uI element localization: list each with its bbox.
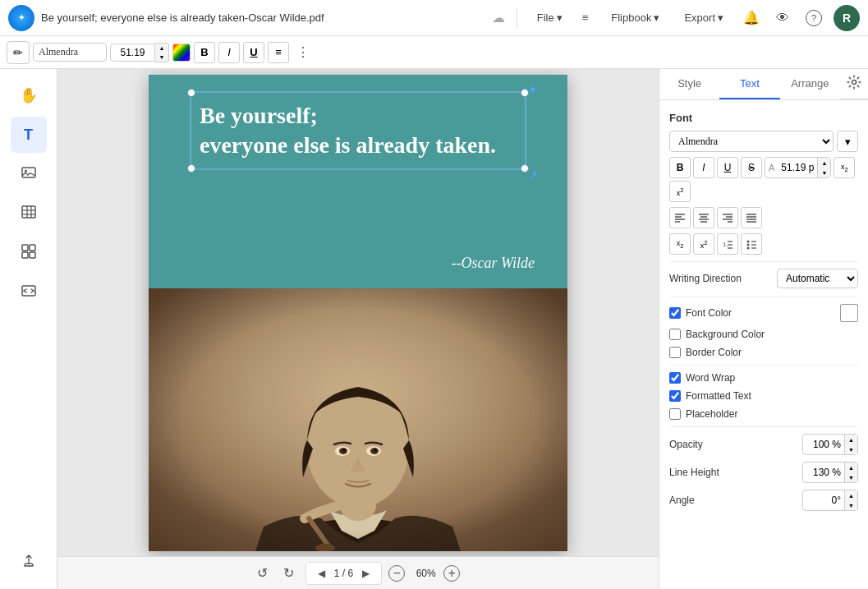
word-wrap-checkbox[interactable] [669,372,681,384]
sidebar-item-image[interactable] [11,156,47,192]
panel-font-size-input[interactable] [778,159,817,176]
hand-icon: ✋ [20,86,38,104]
tab-arrange[interactable]: Arrange [780,69,840,99]
font-size-input[interactable] [110,44,155,62]
font-color-checkbox[interactable] [669,307,681,319]
panel-italic-button[interactable]: I [693,157,714,178]
align-button[interactable]: ≡ [268,42,289,63]
background-color-checkbox[interactable] [669,329,681,340]
sidebar-item-text[interactable]: T [11,117,47,153]
angle-down-button[interactable]: ▼ [844,500,857,510]
portrait-image [149,288,567,551]
text-box[interactable]: ✦ ↗ Be yourself; everyone else is alread… [190,91,526,171]
superscript-icon2: x2 [677,239,684,250]
font-size-down-button[interactable]: ▼ [155,53,168,62]
line-height-up-button[interactable]: ▲ [844,462,857,472]
bottom-bar: ↺ ↻ ◀ 1 / 6 ▶ − 60% + [57,556,659,589]
handle-top-left[interactable] [187,89,195,97]
sidebar-item-embed[interactable] [11,274,47,311]
canvas-wrapper[interactable]: ✦ ↗ Be yourself; everyone else is alread… [57,69,659,556]
align-right-button[interactable] [717,207,738,228]
text-color-button[interactable] [172,44,191,62]
sidebar-item-shape[interactable] [11,235,47,271]
document-title: Be yourself; everyone else is already ta… [41,12,482,24]
angle-input[interactable] [803,492,844,508]
underline-button[interactable]: U [243,42,264,63]
writing-direction-select[interactable]: Automatic Left to Right Right to Left [777,269,858,288]
panel-underline-button[interactable]: U [717,157,738,178]
align-left-button[interactable] [669,207,691,228]
svg-rect-7 [22,245,28,251]
text-toolbar: ✏ Almendra ▲ ▼ B I U ≡ ⋮ [0,36,868,69]
panel-superscript-button[interactable]: x2 [669,181,691,202]
sidebar-item-table[interactable] [11,196,47,232]
font-family-select[interactable]: Almendra Arial Georgia Times New Roman [669,131,834,152]
angle-up-button[interactable]: ▲ [844,490,857,500]
export-menu-button[interactable]: Export ▾ [676,8,732,27]
panel-strikethrough-button[interactable]: S [741,157,762,178]
more-menu-button[interactable]: ≡ [574,8,597,27]
formatted-text-checkbox[interactable] [669,390,681,402]
user-avatar[interactable]: R [834,5,860,31]
svg-text:1.: 1. [723,241,728,248]
svg-point-46 [747,241,750,243]
panel-font-size-down[interactable]: ▼ [817,168,830,177]
page-top-section: ✦ ↗ Be yourself; everyone else is alread… [149,75,567,288]
rotate-right-button[interactable]: ↻ [279,564,299,583]
paint-icon [21,553,37,573]
line-height-input[interactable] [803,464,844,481]
formatted-text-label: Formatted Text [686,390,751,402]
font-size-up-button[interactable]: ▲ [155,44,168,53]
handle-top-right[interactable]: ✦ [521,89,529,97]
font-family-dropdown-button[interactable]: ▾ [837,131,858,152]
opacity-up-button[interactable]: ▲ [844,435,857,444]
file-menu-button[interactable]: File ▾ [529,8,571,27]
rotate-left-button[interactable]: ↺ [253,564,273,583]
handle-bottom-right[interactable]: ↗ [521,164,529,173]
help-button[interactable]: ? [802,7,825,30]
zoom-in-button[interactable]: + [443,564,463,583]
sidebar-item-paint[interactable] [11,545,47,581]
flipbook-menu-button[interactable]: Flipbook ▾ [603,8,668,27]
prev-page-button[interactable]: ◀ [313,564,331,582]
ordered-list-button[interactable]: 1. [717,233,738,255]
subscript-btn2[interactable]: x2 [693,233,714,255]
handle-bottom-left[interactable] [187,164,195,173]
zoom-out-button[interactable]: − [388,564,408,583]
border-color-label: Border Color [686,347,858,358]
align-center-button[interactable] [693,207,714,228]
placeholder-checkbox[interactable] [669,408,681,420]
panel-bold-button[interactable]: B [669,157,691,178]
line-height-down-button[interactable]: ▼ [844,472,857,482]
align-justify-button[interactable] [741,207,762,228]
superscript-btn2[interactable]: x2 [669,233,691,255]
opacity-input[interactable] [803,436,844,453]
unordered-list-button[interactable] [741,233,762,255]
unordered-list-icon [746,238,757,250]
opacity-down-button[interactable]: ▼ [844,444,857,454]
align-center-icon [698,212,710,223]
bold-button[interactable]: B [194,42,215,63]
tab-text[interactable]: Text [719,69,779,99]
italic-button[interactable]: I [218,42,240,63]
sidebar-item-hand[interactable]: ✋ [11,77,47,113]
next-page-button[interactable]: ▶ [356,564,374,582]
panel-font-size-up[interactable]: ▲ [817,158,830,168]
border-color-checkbox[interactable] [669,347,681,358]
preview-button[interactable]: 👁 [771,7,794,30]
zoom-controls: − 60% + [388,564,463,583]
panel-settings-button[interactable] [840,69,868,99]
attribution-text: --Oscar Wilde [452,255,535,272]
app-logo[interactable]: ✦ [8,5,34,31]
font-color-row: Font Color [669,304,858,322]
edit-mode-button[interactable]: ✏ [7,41,30,64]
notifications-button[interactable]: 🔔 [740,7,763,30]
font-family-selector: Almendra [33,43,107,62]
tab-style[interactable]: Style [659,69,719,99]
help-icon: ? [806,10,822,26]
font-color-swatch[interactable] [840,304,858,322]
more-options-button[interactable]: ⋮ [292,42,314,63]
font-name-display[interactable]: Almendra [33,43,107,62]
zoom-level-display: 60% [411,568,440,579]
panel-subscript-button[interactable]: x2 [834,157,855,178]
